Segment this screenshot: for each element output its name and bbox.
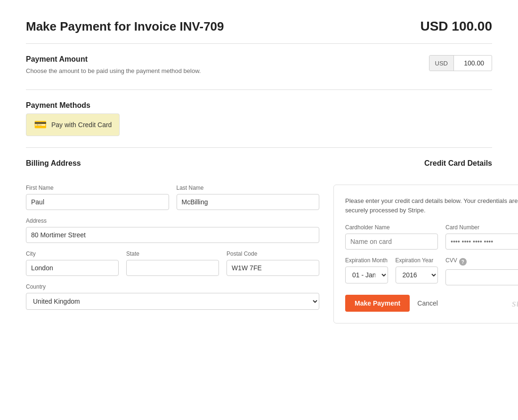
page-header: Make Payment for Invoice INV-709 USD 100…: [26, 19, 492, 34]
expiration-month-label: Expiration Month: [345, 257, 388, 264]
payment-amount-title: Payment Amount: [26, 55, 201, 64]
cvv-help-icon[interactable]: ?: [459, 258, 467, 266]
stripe-logo: stripe: [512, 297, 518, 309]
cc-buttons: Make Payment Cancel: [345, 295, 438, 312]
billing-credit-row: First Name Last Name Address City State: [26, 185, 492, 323]
credit-card-info-text: Please enter your credit card details be…: [345, 196, 518, 215]
currency-label: USD: [429, 56, 454, 71]
section-headers-row: Billing Address Credit Card Details: [26, 159, 492, 177]
first-name-group: First Name: [26, 185, 169, 210]
cardholder-card-row: Cardholder Name Card Number: [345, 224, 518, 250]
city-group: City: [26, 250, 119, 276]
amount-divider: [26, 89, 492, 90]
cc-action-row: Make Payment Cancel stripe: [345, 295, 518, 312]
payment-methods-title: Payment Methods: [26, 101, 492, 110]
address-label: Address: [26, 218, 319, 224]
make-payment-button[interactable]: Make Payment: [345, 295, 410, 312]
amount-value: 100.00: [454, 56, 492, 71]
cardholder-name-input[interactable]: [345, 234, 438, 250]
payment-methods-section: Payment Methods 💳 Pay with Credit Card: [26, 101, 492, 136]
first-name-input[interactable]: [26, 194, 169, 210]
cvv-label: CVV: [445, 257, 457, 264]
cancel-button[interactable]: Cancel: [417, 299, 438, 307]
last-name-group: Last Name: [177, 185, 320, 210]
country-label: Country: [26, 283, 319, 290]
expiration-month-group: Expiration Month 01 - January02 - Februa…: [345, 257, 388, 285]
country-select[interactable]: United KingdomUnited StatesAustraliaCana…: [26, 293, 319, 310]
postal-code-label: Postal Code: [227, 250, 319, 257]
postal-code-group: Postal Code: [227, 250, 319, 276]
state-group: State: [126, 250, 219, 276]
credit-card-header: Credit Card Details: [266, 159, 492, 168]
card-number-input[interactable]: [445, 234, 518, 250]
credit-card-box: Please enter your credit card details be…: [333, 185, 518, 323]
invoice-amount: USD 100.00: [420, 19, 492, 34]
country-group: Country United KingdomUnited StatesAustr…: [26, 283, 319, 310]
name-row: First Name Last Name: [26, 185, 319, 210]
last-name-input[interactable]: [177, 194, 320, 210]
billing-address-form: First Name Last Name Address City State: [26, 185, 319, 323]
expiration-year-group: Expiration Year 201620172018201920202021…: [396, 257, 438, 285]
header-divider: [26, 43, 492, 44]
expiration-month-select[interactable]: 01 - January02 - February03 - March04 - …: [345, 267, 388, 283]
country-row: Country United KingdomUnited StatesAustr…: [26, 283, 319, 310]
pay-with-credit-card-button[interactable]: 💳 Pay with Credit Card: [26, 113, 120, 136]
last-name-label: Last Name: [177, 185, 320, 191]
cardholder-name-group: Cardholder Name: [345, 224, 438, 250]
address-row: Address: [26, 218, 319, 243]
cvv-input[interactable]: [445, 269, 518, 285]
credit-card-icon: 💳: [34, 119, 47, 131]
pay-credit-card-label: Pay with Credit Card: [51, 121, 112, 129]
methods-divider: [26, 147, 492, 148]
page-title: Make Payment for Invoice INV-709: [26, 19, 224, 34]
city-state-zip-row: City State Postal Code: [26, 250, 319, 276]
cardholder-name-label: Cardholder Name: [345, 224, 438, 231]
city-label: City: [26, 250, 119, 257]
expiration-year-label: Expiration Year: [396, 257, 438, 264]
expiration-year-select[interactable]: 2016201720182019202020212022202320242025: [396, 267, 438, 283]
card-number-label: Card Number: [445, 224, 518, 231]
postal-code-input[interactable]: [227, 260, 319, 276]
cvv-label-row: CVV ?: [445, 257, 518, 267]
billing-address-header: Billing Address: [26, 159, 266, 168]
credit-card-section: Please enter your credit card details be…: [333, 185, 518, 323]
expiry-cvv-row: Expiration Month 01 - January02 - Februa…: [345, 257, 518, 285]
payment-amount-desc: Choose the amount to be paid using the p…: [26, 67, 201, 74]
amount-input-group: USD 100.00: [429, 55, 492, 71]
payment-amount-section: Payment Amount Choose the amount to be p…: [26, 55, 492, 82]
cvv-group: CVV ?: [445, 257, 518, 285]
first-name-label: First Name: [26, 185, 169, 191]
address-group: Address: [26, 218, 319, 243]
card-number-group: Card Number: [445, 224, 518, 250]
state-input[interactable]: [126, 260, 219, 276]
address-input[interactable]: [26, 227, 319, 243]
city-input[interactable]: [26, 260, 119, 276]
state-label: State: [126, 250, 219, 257]
